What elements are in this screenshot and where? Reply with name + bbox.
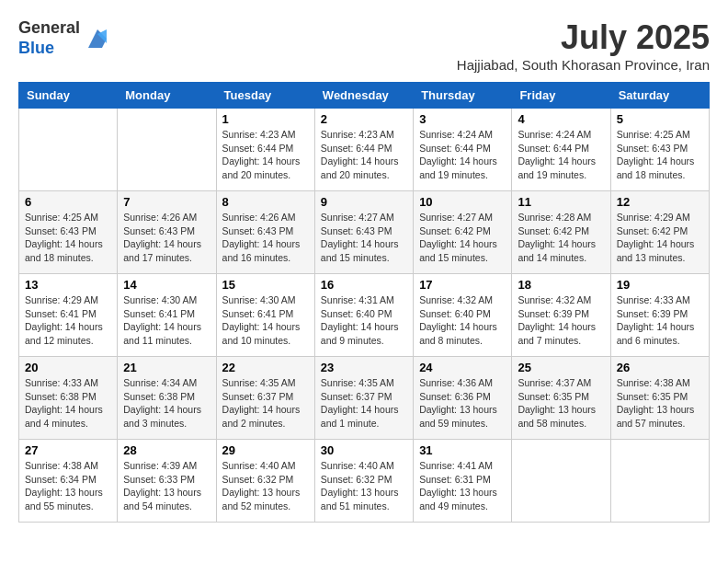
day-of-week-header: Thursday [414, 83, 512, 109]
day-of-week-header: Sunday [19, 83, 118, 109]
day-info: Sunrise: 4:26 AM Sunset: 6:43 PM Dayligh… [222, 211, 309, 265]
calendar-cell: 29Sunrise: 4:40 AM Sunset: 6:32 PM Dayli… [216, 440, 314, 523]
logo-text: General Blue [18, 18, 80, 58]
calendar-cell: 24Sunrise: 4:36 AM Sunset: 6:36 PM Dayli… [414, 357, 512, 440]
calendar-cell: 18Sunrise: 4:32 AM Sunset: 6:39 PM Dayli… [512, 274, 610, 357]
calendar-cell: 5Sunrise: 4:25 AM Sunset: 6:43 PM Daylig… [610, 109, 709, 191]
day-number: 23 [321, 361, 407, 374]
calendar-cell: 28Sunrise: 4:39 AM Sunset: 6:33 PM Dayli… [118, 440, 216, 523]
day-number: 5 [617, 112, 703, 126]
calendar-cell: 26Sunrise: 4:38 AM Sunset: 6:35 PM Dayli… [610, 357, 709, 440]
day-info: Sunrise: 4:25 AM Sunset: 6:43 PM Dayligh… [617, 128, 703, 182]
calendar-cell: 19Sunrise: 4:33 AM Sunset: 6:39 PM Dayli… [610, 274, 709, 357]
logo-general: General [18, 18, 80, 37]
calendar-cell [512, 440, 610, 523]
day-info: Sunrise: 4:25 AM Sunset: 6:43 PM Dayligh… [25, 211, 111, 265]
day-info: Sunrise: 4:36 AM Sunset: 6:36 PM Dayligh… [419, 376, 506, 431]
day-info: Sunrise: 4:40 AM Sunset: 6:32 PM Dayligh… [222, 459, 309, 513]
calendar-cell: 9Sunrise: 4:27 AM Sunset: 6:43 PM Daylig… [314, 191, 413, 274]
calendar-cell: 7Sunrise: 4:26 AM Sunset: 6:43 PM Daylig… [118, 191, 216, 274]
day-info: Sunrise: 4:33 AM Sunset: 6:39 PM Dayligh… [617, 293, 703, 348]
day-of-week-header: Monday [118, 83, 216, 109]
day-number: 14 [123, 278, 210, 292]
day-info: Sunrise: 4:27 AM Sunset: 6:42 PM Dayligh… [419, 211, 506, 265]
day-number: 30 [321, 443, 407, 457]
day-number: 7 [123, 195, 210, 209]
day-number: 16 [321, 278, 407, 292]
day-info: Sunrise: 4:33 AM Sunset: 6:38 PM Dayligh… [25, 376, 111, 431]
day-number: 2 [321, 112, 407, 126]
day-number: 22 [222, 361, 309, 374]
calendar-cell: 4Sunrise: 4:24 AM Sunset: 6:44 PM Daylig… [512, 109, 610, 191]
day-number: 12 [617, 195, 703, 209]
day-info: Sunrise: 4:29 AM Sunset: 6:41 PM Dayligh… [25, 293, 111, 348]
day-number: 28 [123, 443, 210, 457]
calendar-cell [118, 109, 216, 191]
day-number: 9 [321, 195, 407, 209]
day-number: 8 [222, 195, 309, 209]
calendar-cell: 30Sunrise: 4:40 AM Sunset: 6:32 PM Dayli… [314, 440, 413, 523]
month-year: July 2025 [457, 18, 710, 57]
calendar-cell [610, 440, 709, 523]
day-info: Sunrise: 4:41 AM Sunset: 6:31 PM Dayligh… [419, 459, 506, 513]
calendar-cell: 6Sunrise: 4:25 AM Sunset: 6:43 PM Daylig… [19, 191, 118, 274]
header-row: SundayMondayTuesdayWednesdayThursdayFrid… [19, 83, 710, 109]
calendar-cell: 13Sunrise: 4:29 AM Sunset: 6:41 PM Dayli… [19, 274, 118, 357]
day-number: 26 [617, 361, 703, 374]
day-number: 19 [617, 278, 703, 292]
calendar-cell: 2Sunrise: 4:23 AM Sunset: 6:44 PM Daylig… [314, 109, 413, 191]
calendar-cell: 16Sunrise: 4:31 AM Sunset: 6:40 PM Dayli… [314, 274, 413, 357]
calendar-week-row: 13Sunrise: 4:29 AM Sunset: 6:41 PM Dayli… [19, 274, 710, 357]
calendar-cell: 3Sunrise: 4:24 AM Sunset: 6:44 PM Daylig… [414, 109, 512, 191]
day-info: Sunrise: 4:26 AM Sunset: 6:43 PM Dayligh… [123, 211, 210, 265]
calendar-cell: 14Sunrise: 4:30 AM Sunset: 6:41 PM Dayli… [118, 274, 216, 357]
day-number: 25 [518, 361, 604, 374]
calendar-header: SundayMondayTuesdayWednesdayThursdayFrid… [19, 83, 710, 109]
calendar-cell: 10Sunrise: 4:27 AM Sunset: 6:42 PM Dayli… [414, 191, 512, 274]
day-number: 1 [222, 112, 309, 126]
day-info: Sunrise: 4:24 AM Sunset: 6:44 PM Dayligh… [518, 128, 604, 182]
day-number: 24 [419, 361, 506, 374]
day-number: 15 [222, 278, 309, 292]
logo-icon [84, 25, 111, 52]
day-number: 11 [518, 195, 604, 209]
day-info: Sunrise: 4:32 AM Sunset: 6:39 PM Dayligh… [518, 293, 604, 348]
day-info: Sunrise: 4:38 AM Sunset: 6:34 PM Dayligh… [25, 459, 111, 513]
calendar-cell: 21Sunrise: 4:34 AM Sunset: 6:38 PM Dayli… [118, 357, 216, 440]
location: Hajjiabad, South Khorasan Province, Iran [457, 57, 710, 73]
day-of-week-header: Friday [512, 83, 610, 109]
day-info: Sunrise: 4:31 AM Sunset: 6:40 PM Dayligh… [321, 293, 407, 348]
calendar-cell: 22Sunrise: 4:35 AM Sunset: 6:37 PM Dayli… [216, 357, 314, 440]
day-number: 6 [25, 195, 111, 209]
day-number: 31 [419, 443, 506, 457]
calendar-cell: 31Sunrise: 4:41 AM Sunset: 6:31 PM Dayli… [414, 440, 512, 523]
day-number: 3 [419, 112, 506, 126]
calendar-cell: 25Sunrise: 4:37 AM Sunset: 6:35 PM Dayli… [512, 357, 610, 440]
day-of-week-header: Saturday [610, 83, 709, 109]
calendar-cell [19, 109, 118, 191]
calendar-table: SundayMondayTuesdayWednesdayThursdayFrid… [18, 82, 710, 523]
day-of-week-header: Wednesday [314, 83, 413, 109]
day-number: 4 [518, 112, 604, 126]
day-number: 29 [222, 443, 309, 457]
day-number: 18 [518, 278, 604, 292]
page-header: General Blue July 2025 Hajjiabad, South … [18, 18, 710, 73]
day-info: Sunrise: 4:23 AM Sunset: 6:44 PM Dayligh… [222, 128, 309, 182]
logo: General Blue [18, 18, 111, 58]
calendar-cell: 1Sunrise: 4:23 AM Sunset: 6:44 PM Daylig… [216, 109, 314, 191]
calendar-cell: 15Sunrise: 4:30 AM Sunset: 6:41 PM Dayli… [216, 274, 314, 357]
day-info: Sunrise: 4:34 AM Sunset: 6:38 PM Dayligh… [123, 376, 210, 431]
day-of-week-header: Tuesday [216, 83, 314, 109]
calendar-week-row: 6Sunrise: 4:25 AM Sunset: 6:43 PM Daylig… [19, 191, 710, 274]
calendar-week-row: 20Sunrise: 4:33 AM Sunset: 6:38 PM Dayli… [19, 357, 710, 440]
day-info: Sunrise: 4:23 AM Sunset: 6:44 PM Dayligh… [321, 128, 407, 182]
day-info: Sunrise: 4:24 AM Sunset: 6:44 PM Dayligh… [419, 128, 506, 182]
calendar-cell: 12Sunrise: 4:29 AM Sunset: 6:42 PM Dayli… [610, 191, 709, 274]
day-info: Sunrise: 4:30 AM Sunset: 6:41 PM Dayligh… [222, 293, 309, 348]
day-number: 21 [123, 361, 210, 374]
calendar-cell: 20Sunrise: 4:33 AM Sunset: 6:38 PM Dayli… [19, 357, 118, 440]
calendar-week-row: 27Sunrise: 4:38 AM Sunset: 6:34 PM Dayli… [19, 440, 710, 523]
day-info: Sunrise: 4:37 AM Sunset: 6:35 PM Dayligh… [518, 376, 604, 431]
day-number: 13 [25, 278, 111, 292]
day-info: Sunrise: 4:27 AM Sunset: 6:43 PM Dayligh… [321, 211, 407, 265]
